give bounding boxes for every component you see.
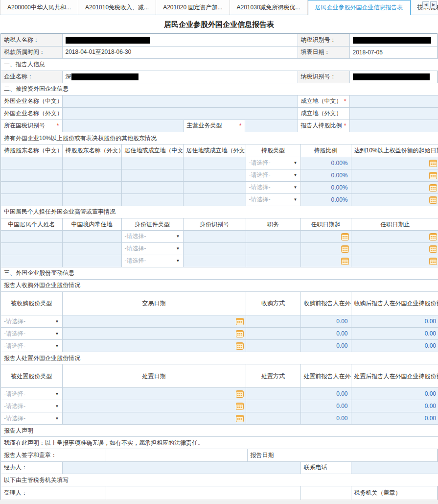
- foreign-name-cn-input[interactable]: [62, 95, 298, 107]
- start-date-input[interactable]: [351, 181, 438, 193]
- person-name-input[interactable]: [1, 242, 62, 255]
- share-before-value[interactable]: 0.00: [300, 315, 351, 328]
- transaction-date-input[interactable]: [62, 340, 246, 352]
- residence-cn-input[interactable]: [121, 181, 183, 193]
- holding-type-select[interactable]: -请选择-▼: [249, 169, 298, 181]
- reporter-ratio-input[interactable]: [349, 120, 438, 132]
- shareholder-name-cn-input[interactable]: [1, 157, 62, 169]
- residence-cn-input[interactable]: [121, 193, 183, 206]
- disposal-method-input[interactable]: [246, 412, 300, 425]
- position-input[interactable]: [246, 255, 300, 267]
- id-number-input[interactable]: [183, 242, 246, 255]
- id-number-input[interactable]: [183, 230, 246, 242]
- start-date-input[interactable]: [351, 169, 438, 181]
- acquisition-method-input[interactable]: [246, 340, 300, 352]
- share-before-value[interactable]: 0.00: [300, 400, 351, 412]
- residence-en-input[interactable]: [183, 181, 246, 193]
- position-input[interactable]: [246, 242, 300, 255]
- share-after-value[interactable]: 0.00: [351, 388, 438, 400]
- start-date-input[interactable]: [351, 157, 438, 169]
- calendar-icon[interactable]: [236, 330, 244, 337]
- share-after-value[interactable]: 0.00: [351, 412, 438, 425]
- calendar-icon[interactable]: [429, 196, 437, 204]
- calendar-icon[interactable]: [429, 257, 437, 265]
- position-input[interactable]: [246, 230, 300, 242]
- residence-china-input[interactable]: [62, 230, 121, 242]
- shareholder-name-cn-input[interactable]: [1, 181, 62, 193]
- disposal-method-input[interactable]: [246, 388, 300, 400]
- calendar-icon[interactable]: [236, 390, 244, 398]
- residence-cn-input[interactable]: [121, 157, 183, 169]
- biz-type-input[interactable]: [245, 120, 298, 132]
- tab-a200000[interactable]: A200000中华人民共和...: [0, 0, 78, 15]
- residence-en-input[interactable]: [183, 157, 246, 169]
- share-after-value[interactable]: 0.00: [351, 400, 438, 412]
- residence-en-input[interactable]: [183, 193, 246, 206]
- residence-en-input[interactable]: [183, 169, 246, 181]
- tab-scroll-right-icon[interactable]: ▶: [430, 1, 437, 8]
- holding-ratio-value[interactable]: 0.00%: [300, 181, 351, 193]
- acquired-type-select[interactable]: -请选择-▼: [4, 328, 59, 339]
- shareholder-name-en-input[interactable]: [62, 193, 121, 206]
- residence-cn-input[interactable]: [121, 169, 183, 181]
- country-tax-no-input[interactable]: [62, 120, 184, 132]
- agent-phone-input[interactable]: [351, 462, 438, 474]
- shareholder-name-cn-input[interactable]: [1, 169, 62, 181]
- disposal-date-input[interactable]: [62, 412, 246, 425]
- tab-a201010[interactable]: A201010免税收入、减...: [78, 0, 156, 15]
- share-before-value[interactable]: 0.00: [300, 388, 351, 400]
- id-type-select[interactable]: -请选择-▼: [125, 255, 180, 267]
- horizontal-scrollbar[interactable]: [0, 500, 438, 504]
- foreign-name-en-input[interactable]: [62, 107, 298, 120]
- calendar-icon[interactable]: [429, 171, 437, 179]
- calendar-icon[interactable]: [236, 414, 244, 422]
- tab-a201030[interactable]: A201030减免所得税优...: [230, 0, 308, 15]
- tenure-end-input[interactable]: [351, 242, 438, 255]
- residence-china-input[interactable]: [62, 255, 121, 267]
- tab-foreign-enterprise-report[interactable]: 居民企业参股外国企业信息报告表: [308, 0, 411, 15]
- id-type-select[interactable]: -请选择-▼: [125, 243, 180, 255]
- agent-input[interactable]: [62, 462, 300, 474]
- holding-ratio-value[interactable]: 0.00%: [300, 157, 351, 169]
- acquisition-method-input[interactable]: [246, 315, 300, 328]
- disposal-date-input[interactable]: [62, 388, 246, 400]
- start-date-input[interactable]: [351, 193, 438, 206]
- holding-ratio-value[interactable]: 0.00%: [300, 193, 351, 206]
- acquired-type-select[interactable]: -请选择-▼: [4, 315, 59, 327]
- acquired-type-select[interactable]: -请选择-▼: [4, 340, 59, 352]
- establish-place-cn-input[interactable]: [349, 95, 438, 107]
- disposal-method-input[interactable]: [246, 400, 300, 412]
- transaction-date-input[interactable]: [62, 315, 246, 328]
- shareholder-name-en-input[interactable]: [62, 169, 121, 181]
- tab-a201020[interactable]: A201020 固定资产加...: [156, 0, 230, 15]
- id-number-input[interactable]: [183, 255, 246, 267]
- share-after-value[interactable]: 0.00: [351, 340, 438, 352]
- transaction-date-input[interactable]: [62, 328, 246, 340]
- tenure-start-input[interactable]: [300, 242, 351, 255]
- share-after-value[interactable]: 0.00: [351, 328, 438, 340]
- share-before-value[interactable]: 0.00: [300, 328, 351, 340]
- calendar-icon[interactable]: [236, 342, 244, 350]
- tenure-start-input[interactable]: [300, 255, 351, 267]
- calendar-icon[interactable]: [341, 257, 349, 265]
- calendar-icon[interactable]: [236, 317, 244, 325]
- holding-type-select[interactable]: -请选择-▼: [249, 194, 298, 206]
- disposal-date-input[interactable]: [62, 400, 246, 412]
- shareholder-name-cn-input[interactable]: [1, 193, 62, 206]
- share-before-value[interactable]: 0.00: [300, 412, 351, 425]
- calendar-icon[interactable]: [429, 159, 437, 167]
- tenure-end-input[interactable]: [351, 230, 438, 242]
- shareholder-name-en-input[interactable]: [62, 181, 121, 193]
- person-name-input[interactable]: [1, 255, 62, 267]
- holding-type-select[interactable]: -请选择-▼: [249, 182, 298, 193]
- calendar-icon[interactable]: [236, 402, 244, 410]
- disposed-type-select[interactable]: -请选择-▼: [4, 388, 59, 400]
- holding-type-select[interactable]: -请选择-▼: [249, 157, 298, 169]
- disposed-type-select[interactable]: -请选择-▼: [4, 412, 59, 424]
- person-name-input[interactable]: [1, 230, 62, 242]
- calendar-icon[interactable]: [341, 233, 349, 240]
- establish-place-en-input[interactable]: [349, 107, 438, 120]
- share-before-value[interactable]: 0.00: [300, 340, 351, 352]
- id-type-select[interactable]: -请选择-▼: [125, 231, 180, 242]
- share-after-value[interactable]: 0.00: [351, 315, 438, 328]
